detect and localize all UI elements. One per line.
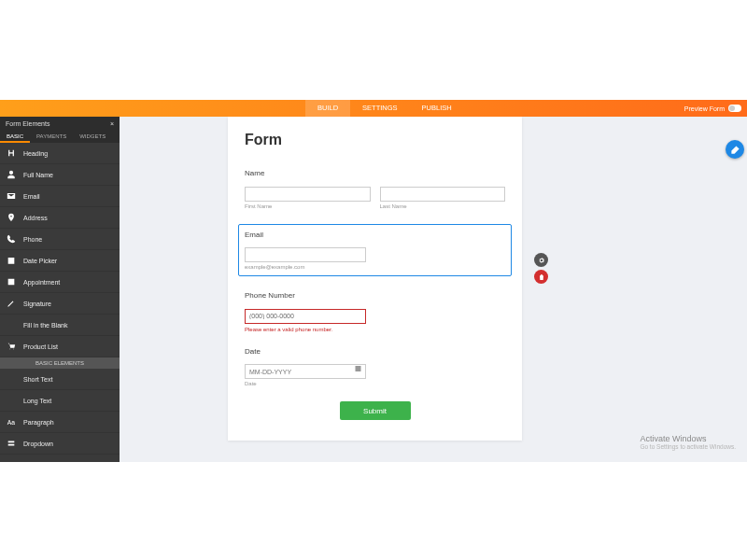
sidebar-title: Form Elements [6, 120, 49, 127]
field-date: Date Date [245, 347, 505, 387]
pen-icon [6, 298, 17, 309]
preview-toggle[interactable]: Preview Form [684, 100, 741, 117]
date-input[interactable] [245, 364, 366, 379]
sidebar-item-dropdown[interactable]: Dropdown [0, 433, 120, 455]
sidebar-item-fullname[interactable]: Full Name [0, 164, 120, 186]
sidebar-item-signature[interactable]: Signature [0, 293, 120, 315]
first-name-input[interactable] [245, 187, 371, 202]
phone-error: Please enter a valid phone number. [245, 327, 505, 332]
paragraph-icon: Aa [6, 416, 17, 427]
form-title: Form [245, 132, 505, 148]
toggle-icon [728, 105, 741, 112]
field-settings-button[interactable] [534, 253, 548, 267]
help-fab[interactable] [726, 140, 744, 159]
sidebar-tab-widgets[interactable]: WIDGETS [73, 130, 112, 143]
sidebar-item-longtext[interactable]: Long Text [0, 390, 120, 412]
shorttext-icon [6, 373, 17, 385]
sidebar-item-datepicker[interactable]: Date Picker [0, 250, 120, 272]
tab-build[interactable]: BUILD [305, 100, 350, 117]
sidebar-item-address[interactable]: Address [0, 207, 120, 229]
sidebar-item-paragraph[interactable]: AaParagraph [0, 412, 120, 433]
top-nav: BUILD SETTINGS PUBLISH [305, 100, 464, 117]
field-phone: Phone Number Please enter a valid phone … [245, 291, 505, 332]
sidebar-item-phone[interactable]: Phone [0, 229, 120, 250]
close-icon[interactable]: × [110, 120, 114, 127]
clock-icon [6, 276, 17, 287]
sidebar-item-heading[interactable]: Heading [0, 143, 120, 164]
email-input[interactable] [245, 247, 366, 262]
windows-watermark: Activate Windows Go to Settings to activ… [640, 434, 736, 450]
canvas: Form Name First Name Last Name Email exa… [120, 117, 747, 462]
calendar-icon [6, 255, 17, 266]
field-name: Name First Name Last Name [245, 169, 505, 209]
sidebar-section: BASIC ELEMENTS [0, 357, 120, 369]
heading-icon [6, 147, 17, 159]
sidebar: Form Elements × BASIC PAYMENTS WIDGETS H… [0, 117, 120, 462]
user-icon [6, 169, 17, 180]
phone-icon [6, 233, 17, 245]
email-icon [6, 190, 17, 202]
pin-icon [6, 212, 17, 223]
form-card: Form Name First Name Last Name Email exa… [228, 117, 522, 441]
phone-input[interactable] [245, 309, 366, 324]
submit-button[interactable]: Submit [340, 401, 411, 420]
blank-icon [6, 319, 17, 330]
longtext-icon [6, 395, 17, 406]
svg-text:Aa: Aa [7, 419, 15, 426]
sidebar-tab-payments[interactable]: PAYMENTS [30, 130, 73, 143]
cart-icon [6, 341, 17, 352]
sidebar-item-fillblank[interactable]: Fill in the Blank [0, 315, 120, 336]
sidebar-item-shorttext[interactable]: Short Text [0, 369, 120, 390]
tab-publish[interactable]: PUBLISH [410, 100, 464, 117]
sidebar-item-productlist[interactable]: Product List [0, 336, 120, 357]
sidebar-item-email[interactable]: Email [0, 186, 120, 207]
tab-settings[interactable]: SETTINGS [350, 100, 410, 117]
field-email-selected[interactable]: Email example@example.com [238, 224, 512, 277]
sidebar-tab-basic[interactable]: BASIC [0, 130, 30, 143]
field-delete-button[interactable] [534, 270, 548, 284]
sidebar-item-appointment[interactable]: Appointment [0, 272, 120, 293]
calendar-icon[interactable] [354, 364, 362, 372]
last-name-input[interactable] [380, 187, 506, 202]
dropdown-icon [6, 438, 17, 449]
